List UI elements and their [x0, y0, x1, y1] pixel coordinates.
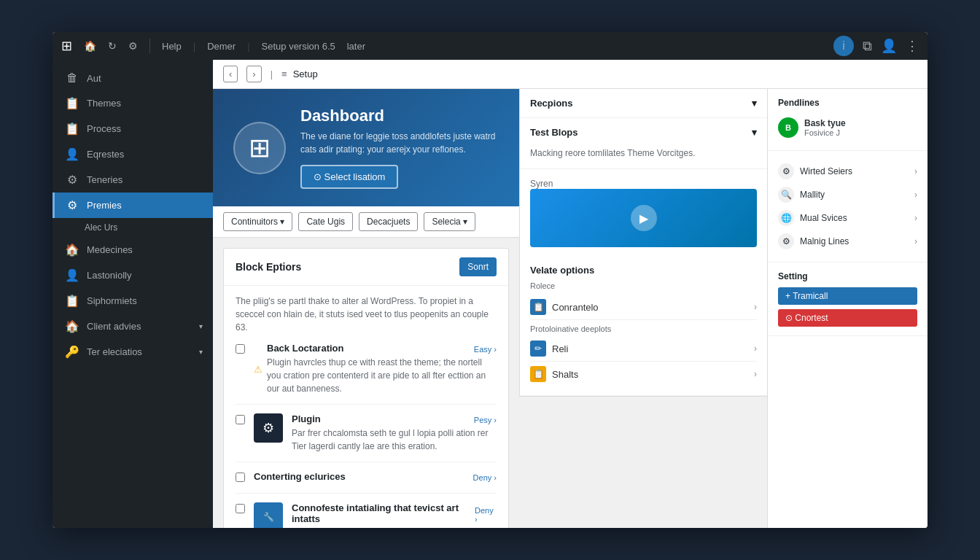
right-panels: Recpions ▾ Test Blops ▾ Macking reore to… [519, 89, 767, 528]
plugin-checkbox-1[interactable] [236, 344, 245, 354]
velate-item-shalts[interactable]: 📋 Shalts › [530, 362, 757, 386]
sidebar-submenu-alec-urs[interactable]: Alec Urs [85, 218, 213, 237]
sidebar-item-premies[interactable]: ⚙ Premies [52, 192, 213, 218]
sonrt-button[interactable]: Sonrt [459, 257, 497, 276]
malnig-label: Malnig Lines [800, 236, 849, 246]
plugin-name-3: Conterting eclurices [254, 471, 346, 482]
recpions-section: Recpions ▾ [520, 89, 767, 118]
sidebar-submenu-premies: Alec Urs [52, 218, 213, 237]
user-name-area: Bask tyue Fosivice J [804, 118, 846, 137]
wirted-seiers-item[interactable]: ⚙ Wirted Seiers › [778, 160, 917, 183]
velate-rolece-label: Rolece [530, 281, 757, 290]
selecia-button[interactable]: Selecia ▾ [424, 212, 475, 231]
main-layout: 🗑 Aut 📋 Themes 📋 Process 👤 Eqrestes ⚙ Te… [52, 60, 928, 528]
content-body: ⊞ Dashboard The ve diane for leggie toss… [213, 89, 928, 528]
nav-later[interactable]: later [347, 41, 365, 52]
chevron-down-icon-2: ▾ [199, 348, 203, 356]
aut-icon: 🗑 [65, 71, 79, 85]
recpions-header[interactable]: Recpions ▾ [520, 89, 767, 117]
settings-icon[interactable]: ⚙ [128, 40, 138, 52]
cate-ugis-button[interactable]: Cate Ugis [298, 212, 353, 231]
block-options-desc: The pliig's se partl thake to alter al W… [236, 295, 497, 334]
content-area: ‹ › | ≡ Setup ⊞ Dashboard The [213, 60, 928, 528]
wirted-label: Wirted Seiers [800, 166, 852, 176]
more-icon[interactable]: ⋮ [906, 38, 919, 54]
chevron-down-icon: ▾ [199, 322, 203, 330]
sidebar-item-teneries[interactable]: ⚙ Teneries [52, 167, 213, 192]
sidebar-item-ter-eleciatios[interactable]: 🔑 Ter eleciatios ▾ [52, 339, 213, 365]
plugin-desc-2: Par frer chcalomsta seth te gul l lopia … [292, 427, 497, 453]
sidebar-label-lastoniolly: Lastoniolly [87, 270, 131, 281]
lastoniolly-icon: 👤 [65, 268, 79, 282]
plugin-name-2: Plugin [292, 413, 321, 424]
user-name: Bask tyue [804, 118, 846, 128]
plugin-item-back-loctaration: ⚠ Back Loctaration Easy › Plugin havrcle… [236, 334, 497, 405]
forward-button[interactable]: › [246, 66, 261, 82]
siphormiets-icon: 📋 [65, 294, 79, 308]
top-bar-right: i ⧉ 👤 ⋮ [833, 36, 919, 56]
mual-icon: 🌐 [778, 210, 794, 226]
plugin-checkbox-4[interactable] [236, 504, 245, 513]
copy-icon[interactable]: ⧉ [863, 39, 872, 54]
plugin-action-2[interactable]: Pesy › [474, 416, 497, 424]
plugin-action-4[interactable]: Deny › [475, 506, 497, 524]
recpions-collapse-icon: ▾ [752, 98, 757, 109]
decacjuets-button[interactable]: Decacjuets [359, 212, 418, 231]
info-icon-btn[interactable]: i [833, 36, 854, 56]
sidebar-item-themes[interactable]: 📋 Themes [52, 90, 213, 116]
user-info: B Bask tyue Fosivice J [778, 117, 846, 138]
plugin-checkbox-2[interactable] [236, 415, 245, 424]
hero-text: Dashboard The ve diane for leggie toss a… [300, 106, 499, 189]
velate-item-conrantelo[interactable]: 📋 Conrantelo › [530, 295, 757, 320]
sidebar-label-siphormiets: Siphormiets [87, 295, 137, 306]
velate-item-reli[interactable]: ✏ Reli › [530, 336, 757, 362]
plugin-checkbox-3[interactable] [236, 472, 245, 482]
velate-icon-3: 📋 [530, 366, 546, 382]
home-icon[interactable]: 🏠 [84, 40, 96, 52]
medecines-icon: 🏠 [65, 243, 79, 257]
user-icon[interactable]: 👤 [881, 38, 897, 54]
select-lisatiom-button[interactable]: ⊙ Select lisatiom [300, 165, 398, 189]
wp-logo[interactable]: ⊞ [61, 38, 72, 54]
sidebar-item-client-advies[interactable]: 🏠 Client advies ▾ [52, 314, 213, 339]
mallity-item[interactable]: 🔍 Mallity › [778, 183, 917, 206]
tramicall-button[interactable]: + Tramicall [778, 287, 917, 305]
play-button[interactable]: ▶ [631, 205, 657, 231]
sidebar-item-lastoniolly[interactable]: 👤 Lastoniolly [52, 262, 213, 288]
mual-chevron: › [914, 213, 917, 223]
refresh-icon[interactable]: ↻ [108, 40, 117, 52]
malnig-lines-item[interactable]: ⚙ Malnig Lines › [778, 230, 917, 253]
mual-svices-item[interactable]: 🌐 Mual Svices › [778, 206, 917, 230]
test-blops-content: Macking reore tomlilates Theme Vorcitges… [530, 147, 757, 160]
divider [149, 39, 150, 53]
video-preview[interactable]: ▶ [530, 189, 757, 247]
test-blops-header[interactable]: Test Blops ▾ [520, 118, 767, 147]
sidebar-item-medecines[interactable]: 🏠 Medecines [52, 237, 213, 262]
mallity-chevron: › [914, 190, 917, 200]
continuitors-button[interactable]: Continuitors ▾ [223, 212, 292, 231]
plugin-action-3[interactable]: Deny › [473, 473, 497, 482]
sidebar-item-process[interactable]: 📋 Process [52, 116, 213, 141]
plugin-name-1: Back Loctaration [267, 343, 343, 354]
toolbar: Continuitors ▾ Cate Ugis Decacjuets Sele… [213, 206, 519, 238]
velate-item-left-3: 📋 Shalts [530, 366, 578, 382]
malnig-chevron: › [914, 236, 917, 246]
plugin-action-1[interactable]: Easy › [474, 345, 497, 354]
dashboard-hero: ⊞ Dashboard The ve diane for leggie toss… [213, 89, 519, 206]
sidebar-item-aut[interactable]: 🗑 Aut [52, 66, 213, 90]
hero-title: Dashboard [300, 106, 499, 125]
nav-help[interactable]: Help [162, 41, 182, 52]
mallity-icon: 🔍 [778, 187, 794, 203]
block-options-card: Block Eptiors Sonrt The pliig's se partl… [223, 248, 509, 528]
sidebar-item-siphormiets[interactable]: 📋 Siphormiets [52, 288, 213, 314]
sidebar-label-eqrestes: Eqrestes [87, 149, 124, 160]
back-button[interactable]: ‹ [223, 66, 238, 82]
sidebar-label-premies: Premies [87, 200, 122, 211]
sidebar-item-eqrestes[interactable]: 👤 Eqrestes [52, 141, 213, 167]
process-icon: 📋 [65, 122, 79, 136]
nav-setup-version[interactable]: Setup version 6.5 [262, 41, 335, 52]
block-options-body: The pliig's se partl thake to alter al W… [224, 286, 508, 528]
pendlines-user[interactable]: B Bask tyue Fosivice J [778, 114, 917, 141]
cnortest-button[interactable]: ⊙ Cnortest [778, 309, 917, 327]
nav-demer[interactable]: Demer [207, 41, 236, 52]
